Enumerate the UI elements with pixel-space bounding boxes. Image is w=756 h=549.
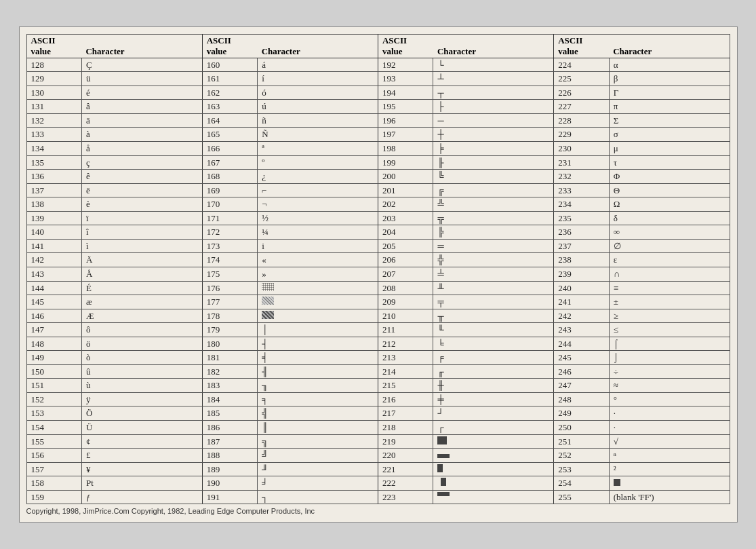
cell-val-22-3: 246 [554, 364, 609, 379]
cell-val-7-0: 135 [26, 155, 81, 170]
cell-char-8-3: Φ [609, 170, 730, 184]
cell-char-10-2: ╩ [433, 197, 554, 212]
cell-val-14-0: 142 [26, 253, 81, 267]
cell-val-18-2: 210 [378, 309, 433, 323]
cell-val-21-1: 181 [202, 351, 257, 365]
cell-val-7-1: 167 [202, 155, 257, 170]
table-row: 132ä164ñ196─228Σ [26, 113, 730, 128]
cell-char-22-1: ╢ [258, 364, 378, 379]
cell-char-9-3: Θ [609, 183, 730, 197]
cell-val-22-2: 214 [378, 364, 433, 379]
cell-val-6-3: 230 [554, 142, 609, 156]
table-row: 141ì173i205═237∅ [26, 239, 730, 253]
cell-val-16-0: 144 [26, 281, 81, 295]
cell-val-19-0: 147 [26, 323, 81, 337]
cell-char-22-0: û [81, 364, 202, 379]
table-row: 134å166ª198╞230μ [26, 142, 730, 156]
cell-val-5-1: 165 [202, 128, 257, 142]
cell-char-14-3: ε [609, 253, 730, 267]
table-row: 138è170¬202╩234Ω [26, 197, 730, 212]
cell-char-20-3: ⌠ [609, 337, 730, 351]
cell-val-16-2: 208 [378, 281, 433, 295]
cell-char-4-0: ä [81, 113, 202, 128]
cell-val-5-2: 197 [378, 128, 433, 142]
cell-char-21-2: ╒ [433, 351, 554, 365]
cell-val-31-3: 255 [554, 490, 609, 504]
cell-char-29-1: ╜ [258, 462, 378, 476]
cell-val-0-3: 224 [554, 58, 609, 72]
cell-val-20-0: 148 [26, 337, 81, 351]
table-row: 143Å175»207╧239∩ [26, 267, 730, 281]
cell-char-30-3 [609, 476, 730, 491]
table-row: 151ù183╖215╫247≈ [26, 379, 730, 393]
table-row: 155¢187╗219251√ [26, 434, 730, 449]
cell-val-30-1: 190 [202, 476, 257, 491]
table-row: 145æ177209╤241± [26, 295, 730, 309]
ascii-table: ASCIIvalue Character ASCIIvalue Characte… [26, 34, 730, 505]
cell-val-29-0: 157 [26, 462, 81, 476]
cell-char-8-2: ╚ [433, 170, 554, 184]
cell-char-4-3: Σ [609, 113, 730, 128]
cell-val-29-3: 253 [554, 462, 609, 476]
cell-val-4-1: 164 [202, 113, 257, 128]
cell-char-10-0: è [81, 197, 202, 212]
table-row: 129ü161í193┴225β [26, 72, 730, 86]
cell-val-13-0: 141 [26, 239, 81, 253]
cell-char-9-0: ë [81, 183, 202, 197]
cell-val-12-3: 236 [554, 225, 609, 240]
cell-char-3-0: â [81, 100, 202, 114]
table-row: 131â163ú195├227π [26, 100, 730, 114]
cell-val-22-0: 150 [26, 364, 81, 379]
cell-val-7-2: 199 [378, 155, 433, 170]
cell-char-12-0: î [81, 225, 202, 240]
cell-char-18-1 [258, 309, 378, 323]
cell-val-23-2: 215 [378, 379, 433, 393]
table-row: 158Pt190╛222254 [26, 476, 730, 491]
cell-val-25-3: 249 [554, 406, 609, 421]
cell-val-28-0: 156 [26, 449, 81, 463]
cell-val-27-1: 187 [202, 434, 257, 449]
cell-char-6-2: ╞ [433, 142, 554, 156]
cell-char-25-3: ∙ [609, 406, 730, 421]
cell-val-5-3: 229 [554, 128, 609, 142]
cell-val-11-3: 235 [554, 211, 609, 225]
cell-val-19-1: 179 [202, 323, 257, 337]
cell-char-24-3: ° [609, 392, 730, 406]
cell-char-2-1: ó [258, 86, 378, 100]
cell-val-6-1: 166 [202, 142, 257, 156]
cell-val-26-0: 154 [26, 420, 81, 434]
cell-val-1-0: 129 [26, 72, 81, 86]
cell-char-16-0: É [81, 281, 202, 295]
cell-val-31-0: 159 [26, 490, 81, 504]
cell-val-13-1: 173 [202, 239, 257, 253]
cell-char-25-2: ┘ [433, 406, 554, 421]
cell-char-8-1: ¿ [258, 170, 378, 184]
cell-char-20-2: ╘ [433, 337, 554, 351]
cell-char-14-0: Ä [81, 253, 202, 267]
cell-val-21-0: 149 [26, 351, 81, 365]
cell-char-13-2: ═ [433, 239, 554, 253]
cell-char-17-3: ± [609, 295, 730, 309]
table-row: 144É176208╨240≡ [26, 281, 730, 295]
cell-val-14-2: 206 [378, 253, 433, 267]
cell-val-20-2: 212 [378, 337, 433, 351]
cell-val-11-1: 171 [202, 211, 257, 225]
cell-val-22-1: 182 [202, 364, 257, 379]
cell-val-11-2: 203 [378, 211, 433, 225]
cell-val-0-1: 160 [202, 58, 257, 72]
cell-val-1-1: 161 [202, 72, 257, 86]
col3-ascii-val: ASCIIvalue [378, 34, 433, 58]
cell-char-23-3: ≈ [609, 379, 730, 393]
cell-val-2-1: 162 [202, 86, 257, 100]
cell-char-5-2: ┼ [433, 128, 554, 142]
cell-char-27-3: √ [609, 434, 730, 449]
table-row: 147ô179│211╙243≤ [26, 323, 730, 337]
cell-char-26-1: ║ [258, 420, 378, 434]
cell-val-26-1: 186 [202, 420, 257, 434]
cell-val-18-3: 242 [554, 309, 609, 323]
table-row: 146Æ178210╥242≥ [26, 309, 730, 323]
cell-char-21-0: ò [81, 351, 202, 365]
cell-char-30-0: Pt [81, 476, 202, 491]
page-container: ASCIIvalue Character ASCIIvalue Characte… [19, 26, 738, 523]
cell-val-9-1: 169 [202, 183, 257, 197]
